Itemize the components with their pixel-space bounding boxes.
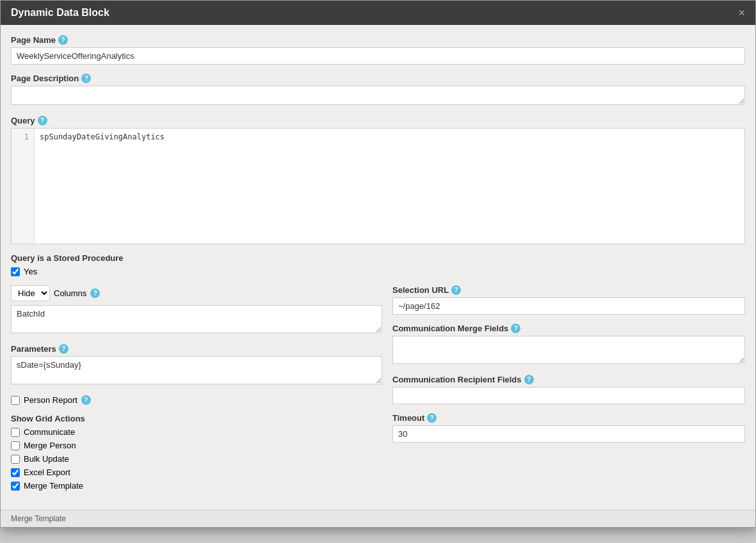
timeout-help-icon[interactable]: ? xyxy=(427,413,437,423)
stored-procedure-group: Query is a Stored Procedure Yes xyxy=(11,253,745,276)
person-report-label: Person Report xyxy=(24,395,77,405)
show-grid-actions-label: Show Grid Actions xyxy=(11,414,382,423)
parameters-label-row: Parameters ? xyxy=(11,344,382,354)
page-name-label-row: Page Name ? xyxy=(11,35,745,45)
excel-export-checkbox[interactable] xyxy=(11,468,20,477)
comm-merge-fields-group: Communication Merge Fields ? xyxy=(392,324,745,366)
right-column: Selection URL ? Communication Merge Fiel… xyxy=(392,285,745,500)
communicate-label: Communicate xyxy=(24,427,75,437)
page-name-help-icon[interactable]: ? xyxy=(58,35,68,45)
page-name-group: Page Name ? xyxy=(11,35,745,65)
page-description-label: Page Description xyxy=(11,74,79,83)
query-label-row: Query ? xyxy=(11,116,745,125)
comm-merge-fields-textarea[interactable] xyxy=(392,336,745,364)
timeout-group: Timeout ? xyxy=(392,413,745,443)
communicate-row: Communicate xyxy=(11,427,382,437)
person-report-help-icon[interactable]: ? xyxy=(81,395,91,405)
columns-label: Columns xyxy=(54,288,86,298)
merge-template-row: Merge Template xyxy=(11,481,382,491)
comm-recipient-fields-input[interactable] xyxy=(392,387,745,404)
person-report-checkbox[interactable] xyxy=(11,396,20,405)
merge-template-label: Merge Template xyxy=(24,481,83,491)
hide-columns-label-row: Hide Columns ? xyxy=(11,285,382,301)
communicate-checkbox[interactable] xyxy=(11,428,20,437)
selection-url-label: Selection URL xyxy=(392,285,449,295)
bulk-update-row: Bulk Update xyxy=(11,454,382,464)
comm-recipient-fields-group: Communication Recipient Fields ? xyxy=(392,375,745,404)
columns-textarea[interactable]: BatchId xyxy=(11,305,382,333)
timeout-label-row: Timeout ? xyxy=(392,413,745,423)
parameters-textarea[interactable]: sDate={sSunday} xyxy=(11,356,382,384)
modal-header: Dynamic Data Block × xyxy=(1,1,755,25)
yes-label: Yes xyxy=(24,267,37,276)
query-group: Query ? 1 spSundayDateGivingAnalytics xyxy=(11,116,745,244)
parameters-group: Parameters ? sDate={sSunday} xyxy=(11,344,382,386)
parameters-label: Parameters xyxy=(11,344,56,354)
bulk-update-checkbox[interactable] xyxy=(11,455,20,464)
hide-select[interactable]: Hide xyxy=(11,285,50,301)
two-col-section: Hide Columns ? BatchId Parameters ? sDat… xyxy=(11,285,745,500)
query-line-numbers: 1 xyxy=(12,129,35,244)
query-help-icon[interactable]: ? xyxy=(38,116,47,125)
columns-help-icon[interactable]: ? xyxy=(90,288,100,298)
query-editor-wrapper: 1 spSundayDateGivingAnalytics xyxy=(11,128,745,244)
modal-body: Page Name ? Page Description ? Query ? 1 xyxy=(1,25,755,510)
bulk-update-label: Bulk Update xyxy=(24,454,69,464)
comm-merge-fields-label-row: Communication Merge Fields ? xyxy=(392,324,745,333)
parameters-help-icon[interactable]: ? xyxy=(59,344,68,354)
yes-checkbox-row: Yes xyxy=(11,267,745,276)
merge-person-row: Merge Person xyxy=(11,441,382,450)
comm-merge-fields-label: Communication Merge Fields xyxy=(392,324,508,333)
comm-merge-fields-help-icon[interactable]: ? xyxy=(511,324,520,333)
modal-footer: Merge Template xyxy=(1,510,755,527)
timeout-input[interactable] xyxy=(392,425,745,443)
merge-person-checkbox[interactable] xyxy=(11,441,20,450)
person-report-row: Person Report ? xyxy=(11,395,382,405)
page-description-group: Page Description ? xyxy=(11,74,745,107)
comm-recipient-fields-label: Communication Recipient Fields xyxy=(392,375,522,384)
selection-url-help-icon[interactable]: ? xyxy=(451,285,461,295)
selection-url-label-row: Selection URL ? xyxy=(392,285,745,295)
page-description-help-icon[interactable]: ? xyxy=(81,74,91,83)
yes-checkbox[interactable] xyxy=(11,267,20,276)
selection-url-group: Selection URL ? xyxy=(392,285,745,315)
page-name-label: Page Name xyxy=(11,35,56,45)
person-report-group: Person Report ? xyxy=(11,395,382,405)
dynamic-data-block-modal: Dynamic Data Block × Page Name ? Page De… xyxy=(0,0,756,528)
merge-person-label: Merge Person xyxy=(24,441,76,450)
show-grid-actions-group: Show Grid Actions Communicate Merge Pers… xyxy=(11,414,382,491)
excel-export-row: Excel Export xyxy=(11,468,382,477)
excel-export-label: Excel Export xyxy=(24,468,70,477)
merge-template-checkbox[interactable] xyxy=(11,482,20,491)
close-button[interactable]: × xyxy=(738,7,745,19)
stored-procedure-label: Query is a Stored Procedure xyxy=(11,253,745,263)
page-description-textarea[interactable] xyxy=(11,86,745,105)
left-column: Hide Columns ? BatchId Parameters ? sDat… xyxy=(11,285,382,500)
comm-recipient-fields-label-row: Communication Recipient Fields ? xyxy=(392,375,745,384)
columns-group: Hide Columns ? BatchId xyxy=(11,285,382,335)
timeout-label: Timeout xyxy=(392,413,424,423)
query-label: Query xyxy=(11,116,35,125)
selection-url-input[interactable] xyxy=(392,297,745,315)
page-description-label-row: Page Description ? xyxy=(11,74,745,83)
footer-text: Merge Template xyxy=(11,514,66,523)
query-textarea[interactable]: spSundayDateGivingAnalytics xyxy=(35,129,744,244)
page-name-input[interactable] xyxy=(11,47,745,65)
comm-recipient-fields-help-icon[interactable]: ? xyxy=(524,375,534,384)
modal-title: Dynamic Data Block xyxy=(11,7,109,19)
